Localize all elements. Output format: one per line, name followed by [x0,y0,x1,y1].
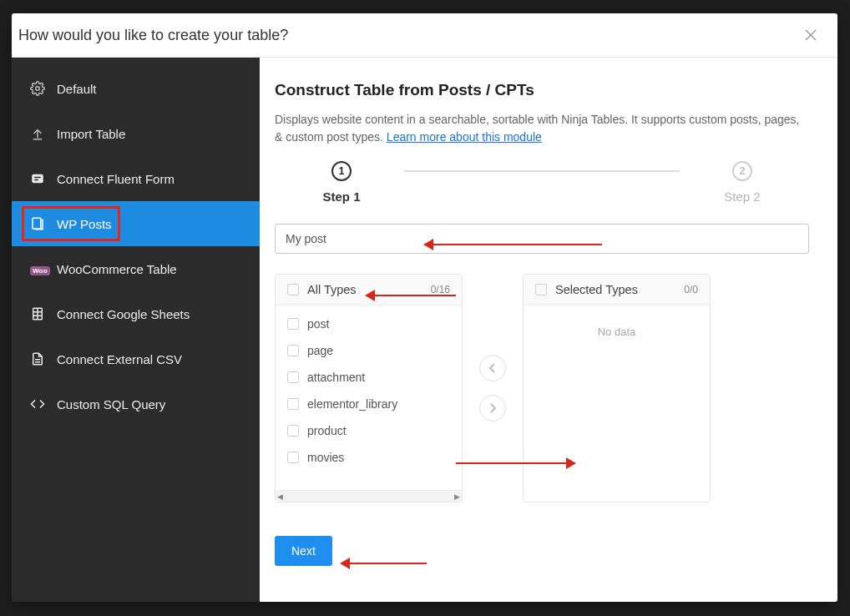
step-connector [404,170,680,172]
sidebar-item-custom-sql-query[interactable]: Custom SQL Query [12,381,260,427]
sidebar-item-label: Connect Google Sheets [57,307,190,321]
next-button[interactable]: Next [275,536,332,566]
main-description: Displays website content in a searchable… [275,111,809,146]
all-types-list[interactable]: post page attachment elementor_library p… [276,305,462,490]
sidebar-item-wp-posts[interactable]: WP Posts [12,201,260,246]
annotation-arrow [343,563,427,564]
step-2: 2 Step 2 [680,161,805,204]
selected-types-panel: Selected Types 0/0 No data [523,274,711,502]
code-icon [30,396,45,412]
selected-types-title: Selected Types [555,283,638,296]
sidebar-item-label: Default [57,82,97,96]
sidebar-item-default[interactable]: Default [12,66,260,111]
sidebar-item-import-table[interactable]: Import Table [12,111,260,156]
modal-title: How would you like to create your table? [18,27,288,44]
scroll-left-icon: ◀ [277,492,283,501]
main-heading: Construct Table from Posts / CPTs [275,81,809,99]
step-label-1: Step 1 [322,189,360,204]
sidebar-item-label: WP Posts [57,217,112,231]
wp-posts-icon [30,216,45,231]
svg-point-0 [36,87,40,91]
select-all-types-checkbox[interactable] [287,284,299,295]
type-item[interactable]: movies [276,444,462,471]
sidebar-item-label: WooCommerce Table [57,262,177,276]
svg-rect-2 [34,177,41,179]
checkbox[interactable] [287,345,299,356]
type-item[interactable]: page [276,337,462,364]
close-icon [805,29,817,41]
selected-types-count: 0/0 [684,284,698,295]
step-circle-1: 1 [331,161,352,181]
svg-rect-1 [32,174,43,184]
sidebar-item-woocommerce-table[interactable]: Woo WooCommerce Table [12,246,260,291]
main-panel: Construct Table from Posts / CPTs Displa… [260,58,837,602]
sidebar-item-connect-external-csv[interactable]: Connect External CSV [12,336,260,381]
transfer-left-button[interactable] [479,355,506,381]
all-types-title: All Types [307,283,357,296]
scroll-right-icon: ▶ [454,492,460,501]
settings-icon [30,81,45,96]
sheets-icon [30,306,45,321]
checkbox[interactable] [287,398,299,410]
step-circle-2: 2 [732,161,752,181]
transfer-buttons [479,274,506,502]
type-item[interactable]: post [276,311,462,337]
type-transfer: All Types 0/16 post page attachment elem… [275,274,809,502]
all-types-panel: All Types 0/16 post page attachment elem… [275,274,463,502]
selected-types-list: No data [524,305,710,502]
checkbox[interactable] [287,452,299,463]
step-1: 1 Step 1 [279,161,404,204]
chevron-left-icon [488,363,497,373]
transfer-right-button[interactable] [479,395,506,422]
sidebar-item-connect-google-sheets[interactable]: Connect Google Sheets [12,291,260,336]
checkbox[interactable] [287,425,299,437]
selected-types-header: Selected Types 0/0 [524,275,710,305]
sidebar-item-label: Import Table [57,127,125,141]
no-data-text: No data [524,311,710,338]
modal-body: Default Import Table Connect Fluent Form… [12,58,837,602]
checkbox[interactable] [287,371,299,383]
sidebar-item-label: Custom SQL Query [57,397,165,412]
checkbox[interactable] [287,318,299,330]
table-title-input[interactable] [275,224,809,254]
sidebar: Default Import Table Connect Fluent Form… [12,58,260,602]
sidebar-item-label: Connect Fluent Form [57,172,175,186]
type-item[interactable]: attachment [276,364,462,391]
create-table-modal: How would you like to create your table?… [12,13,837,602]
chevron-right-icon [488,403,497,413]
sidebar-item-label: Connect External CSV [57,352,182,366]
document-icon [30,351,45,366]
step-label-2: Step 2 [724,189,760,204]
woo-icon: Woo [30,261,45,276]
all-types-header: All Types 0/16 [276,275,462,305]
all-types-count: 0/16 [431,284,450,295]
select-all-selected-checkbox[interactable] [535,284,547,295]
close-button[interactable] [801,25,821,45]
form-icon [30,171,45,186]
svg-rect-3 [34,179,38,181]
type-item[interactable]: product [276,417,462,444]
svg-rect-4 [33,218,41,229]
type-item[interactable]: elementor_library [276,391,462,417]
sidebar-item-connect-fluent-form[interactable]: Connect Fluent Form [12,156,260,201]
modal-header: How would you like to create your table? [12,13,837,58]
upload-icon [30,126,45,141]
horizontal-scrollbar[interactable]: ◀ ▶ [276,490,462,502]
step-indicator: 1 Step 1 2 Step 2 [275,161,809,204]
learn-more-link[interactable]: Learn more about this module [387,130,542,144]
